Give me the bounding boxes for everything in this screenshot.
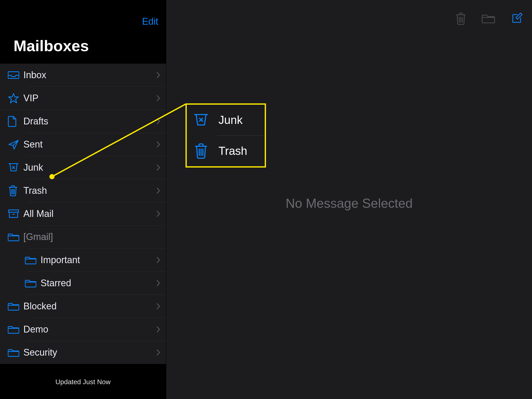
sidebar-item-label: VIP [23, 93, 156, 104]
sidebar-item-label: Trash [23, 185, 156, 196]
sidebar-item-label: Important [41, 255, 156, 265]
sidebar-item-label: Blocked [23, 301, 156, 312]
folder-icon [8, 232, 23, 242]
sidebar-item-label: [Gmail] [23, 231, 160, 242]
junk-icon [193, 113, 209, 127]
chevron-right-icon [156, 256, 160, 264]
inbox-icon [8, 71, 23, 79]
folder-icon [8, 302, 23, 311]
folder-icon [8, 325, 23, 334]
main-pane: No Message Selected [166, 0, 532, 399]
sidebar-item-demo[interactable]: Demo [0, 318, 166, 341]
sidebar-item-starred[interactable]: Starred [0, 272, 166, 295]
callout-item-label: Trash [218, 144, 247, 157]
annotation-dot [49, 174, 55, 179]
chevron-right-icon [156, 210, 160, 217]
sidebar-item-label: All Mail [23, 208, 156, 219]
paper-plane-icon [8, 139, 23, 150]
sidebar-item-label: Inbox [23, 70, 156, 81]
sidebar-footer: Updated Just Now [0, 364, 166, 399]
sidebar-item-label: Sent [23, 139, 156, 150]
folder-icon [25, 278, 41, 288]
sidebar-item-all-mail[interactable]: All Mail [0, 202, 166, 225]
sidebar-item-label: Demo [23, 324, 156, 335]
chevron-right-icon [156, 118, 160, 125]
sidebar-item-inbox[interactable]: Inbox [0, 64, 166, 87]
document-icon [8, 116, 23, 127]
chevron-right-icon [156, 187, 160, 194]
sidebar-item-drafts[interactable]: Drafts [0, 110, 166, 133]
chevron-right-icon [156, 280, 160, 287]
sidebar-item-blocked[interactable]: Blocked [0, 295, 166, 318]
sidebar: Edit Mailboxes Inbox VIP Drafts [0, 0, 166, 399]
toolbar [455, 12, 523, 25]
sidebar-item-important[interactable]: Important [0, 249, 166, 271]
chevron-right-icon [156, 141, 160, 148]
edit-button[interactable]: Edit [142, 16, 158, 27]
sidebar-item-sent[interactable]: Sent [0, 133, 166, 156]
chevron-right-icon [156, 349, 160, 356]
delete-button[interactable] [455, 12, 467, 25]
sidebar-item-label: Security [23, 347, 156, 358]
updated-status: Updated Just Now [55, 378, 110, 386]
mailbox-list: Inbox VIP Drafts Sent [0, 64, 166, 364]
junk-icon [8, 163, 23, 172]
sidebar-title: Mailboxes [0, 29, 166, 64]
callout-popover: Junk Trash [185, 103, 266, 168]
archive-icon [8, 209, 23, 219]
trash-icon [8, 185, 23, 196]
chevron-right-icon [156, 71, 160, 79]
sidebar-item-vip[interactable]: VIP [0, 87, 166, 110]
sidebar-item-gmail[interactable]: [Gmail] [0, 225, 166, 248]
move-folder-button[interactable] [482, 13, 495, 24]
chevron-right-icon [156, 95, 160, 102]
chevron-right-icon [156, 303, 160, 310]
sidebar-item-security[interactable]: Security [0, 341, 166, 364]
sidebar-item-label: Drafts [23, 116, 156, 127]
sidebar-item-label: Starred [41, 278, 156, 289]
chevron-right-icon [156, 326, 160, 333]
callout-item-junk[interactable]: Junk [187, 105, 265, 135]
folder-icon [8, 348, 23, 357]
sidebar-item-trash[interactable]: Trash [0, 179, 166, 202]
sidebar-item-junk[interactable]: Junk [0, 156, 166, 179]
star-icon [8, 92, 23, 104]
folder-icon [25, 255, 41, 265]
callout-item-trash[interactable]: Trash [187, 136, 265, 166]
trash-icon [193, 143, 209, 159]
callout-item-label: Junk [218, 114, 243, 127]
empty-message: No Message Selected [166, 196, 532, 211]
chevron-right-icon [156, 164, 160, 171]
compose-button[interactable] [510, 12, 523, 25]
sidebar-item-label: Junk [23, 162, 156, 173]
